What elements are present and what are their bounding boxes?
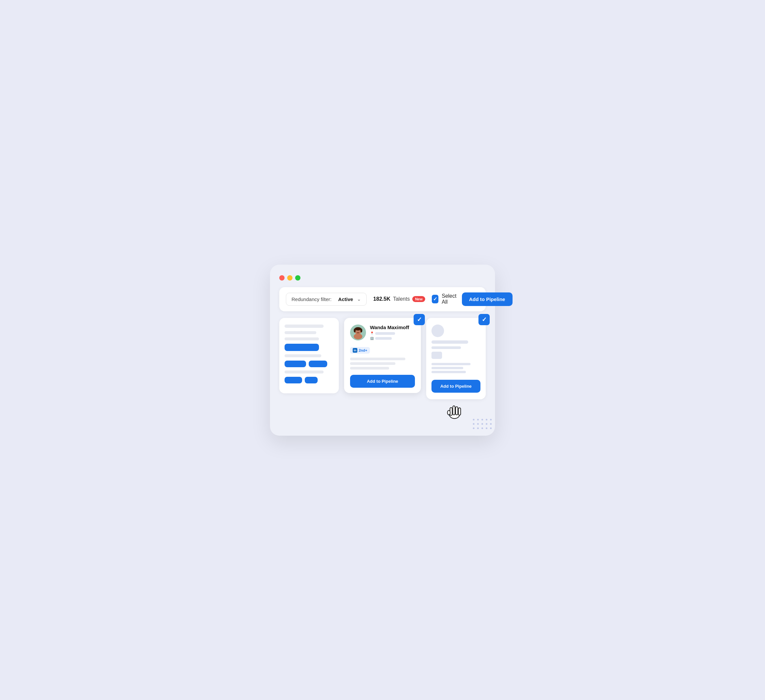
select-all-checkbox[interactable]: ✓: [432, 295, 438, 304]
svg-point-3: [355, 327, 361, 330]
select-all-area: ✓ Select All Add to Pipeline: [432, 293, 513, 306]
svg-point-9: [359, 331, 360, 332]
minimize-button[interactable]: [287, 275, 293, 280]
svg-rect-16: [456, 407, 458, 415]
traffic-lights: [279, 275, 486, 280]
skeleton-line: [431, 371, 466, 373]
location-skeleton: [375, 332, 395, 335]
skeleton-line: [431, 363, 471, 365]
dots-decoration: [473, 419, 492, 429]
talent-info: Wanda Maximoff 📍 🏢: [370, 324, 409, 340]
talents-word: Talents: [393, 296, 410, 302]
svg-rect-15: [453, 406, 455, 415]
checkmark-icon: ✓: [433, 296, 438, 302]
talents-number: 182.5K: [373, 296, 390, 302]
skill-lines: [350, 358, 415, 370]
svg-rect-17: [458, 407, 461, 415]
right-card-checkbox[interactable]: ✓: [479, 314, 490, 325]
svg-point-5: [360, 329, 362, 332]
talent-card-checkbox[interactable]: ✓: [414, 314, 425, 325]
chevron-down-icon: ⌄: [357, 296, 361, 302]
svg-point-8: [356, 331, 357, 332]
select-all-label: Select All: [442, 293, 459, 305]
skeleton-button-sm: [309, 360, 327, 367]
skeleton-line: [285, 354, 321, 357]
skeleton-button-sm: [285, 360, 306, 367]
linkedin-icon: in: [353, 348, 357, 352]
skeleton-row: [285, 360, 334, 367]
skeleton-line: [285, 324, 324, 328]
checkmark-icon: ✓: [482, 316, 487, 323]
skeleton-line: [431, 367, 463, 369]
company-skeleton: [375, 337, 392, 340]
skeleton-row: [285, 377, 334, 384]
right-skeleton-card: ✓ Add to Pipeline: [426, 318, 486, 399]
main-window: Redundancy filter: Active ⌄ 182.5K Talen…: [270, 265, 495, 436]
skeleton-line: [285, 331, 316, 334]
maximize-button[interactable]: [295, 275, 301, 280]
toolbar: Redundancy filter: Active ⌄ 182.5K Talen…: [279, 287, 486, 311]
talent-company: 🏢: [370, 337, 409, 340]
new-badge: New: [412, 296, 425, 302]
skeleton-button-sm: [305, 377, 317, 384]
skill-skeleton: [350, 358, 405, 360]
skeleton-button: [285, 344, 319, 351]
cards-row: ✓: [279, 318, 486, 399]
filter-value: Active: [338, 296, 353, 302]
avatar: [350, 324, 366, 340]
linkedin-connection-level: 2nd+: [359, 348, 367, 352]
filter-label: Redundancy filter:: [291, 296, 332, 302]
sparkle-lines: [430, 393, 466, 419]
avatar-image: [350, 324, 366, 340]
close-button[interactable]: [279, 275, 285, 280]
talent-header: Wanda Maximoff 📍 🏢: [350, 324, 415, 340]
svg-point-18: [447, 410, 450, 415]
skeleton-button-sm: [285, 377, 302, 384]
cursor-area: [279, 399, 486, 416]
skeleton-line: [431, 346, 461, 349]
add-to-pipeline-card-button[interactable]: Add to Pipeline: [350, 375, 415, 388]
add-to-pipeline-button[interactable]: Add to Pipeline: [462, 293, 513, 306]
redundancy-filter-dropdown[interactable]: Redundancy filter: Active ⌄: [286, 293, 367, 306]
checkmark-icon: ✓: [417, 316, 422, 323]
avatar-skeleton: [431, 324, 444, 337]
skeleton-line: [285, 371, 324, 373]
location-pin-icon: 📍: [370, 332, 374, 335]
talent-name: Wanda Maximoff: [370, 324, 409, 330]
talent-card: ✓: [344, 318, 421, 393]
skill-skeleton: [350, 362, 395, 365]
skeleton-line: [285, 337, 319, 340]
building-icon: 🏢: [370, 337, 374, 340]
skeleton-badge: [431, 352, 442, 359]
add-to-pipeline-right-button[interactable]: Add to Pipeline: [431, 380, 480, 393]
skill-skeleton: [350, 367, 389, 370]
talent-location: 📍: [370, 332, 409, 335]
svg-point-4: [354, 329, 356, 332]
left-skeleton-card: [279, 318, 339, 393]
linkedin-badge: in 2nd+: [350, 347, 370, 354]
skeleton-line: [431, 340, 468, 344]
talents-count: 182.5K Talents New: [373, 296, 425, 302]
